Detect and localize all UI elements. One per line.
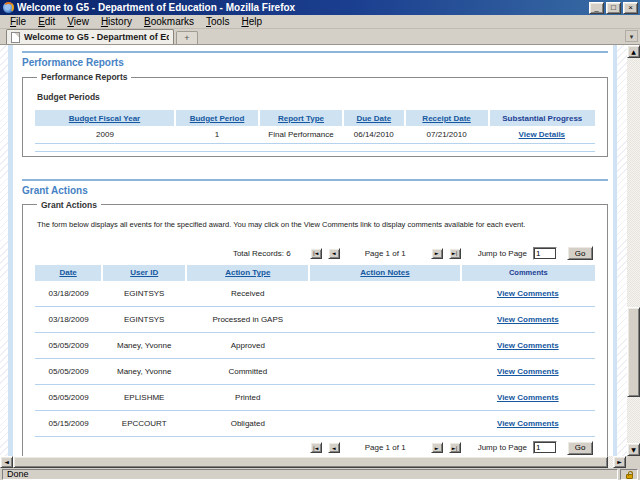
spacer-row	[35, 143, 595, 151]
cell-user-id: EGINTSYS	[102, 281, 186, 307]
cell-action-notes	[309, 281, 460, 307]
new-tab-button[interactable]: +	[176, 31, 198, 44]
firefox-icon	[3, 2, 14, 13]
first-page-button[interactable]: |◄	[310, 442, 322, 453]
vertical-scroll-track[interactable]	[627, 58, 640, 443]
cell-date: 05/15/2009	[35, 411, 102, 437]
grant-actions-legend: Grant Actions	[37, 200, 101, 210]
list-tabs-button[interactable]: ▾	[625, 30, 638, 42]
scroll-down-button[interactable]: ▼	[627, 443, 640, 456]
cell-user-id: EPCCOURT	[102, 411, 186, 437]
table-row: 03/18/2009 EGINTSYS Processed in GAPS Vi…	[35, 307, 595, 333]
grant-actions-table: Date User ID Action Type Action Notes Co…	[35, 265, 595, 438]
performance-reports-fieldset: Performance Reports Budget Periods Budge…	[22, 72, 608, 157]
restore-button[interactable]: □	[606, 2, 621, 14]
budget-periods-label: Budget Periods	[37, 92, 595, 102]
sort-due-date[interactable]: Due Date	[356, 114, 391, 123]
menu-tools[interactable]: Tools	[200, 16, 235, 27]
budget-periods-table: Budget Fiscal Year Budget Period Report …	[35, 110, 595, 152]
cell-user-id: EGINTSYS	[102, 307, 186, 333]
go-button[interactable]: Go	[567, 246, 593, 260]
cell-user-id: Maney, Yvonne	[102, 359, 186, 385]
cell-action-type: Received	[186, 281, 309, 307]
cell-action-notes	[309, 411, 460, 437]
page-margin-left	[0, 45, 8, 456]
previous-page-button[interactable]: ◄	[328, 248, 340, 259]
status-text: Done	[2, 469, 618, 480]
table-row: 05/15/2009 EPCCOURT Obligated View Comme…	[35, 411, 595, 437]
menu-history[interactable]: History	[95, 16, 138, 27]
scrollbar-corner	[626, 456, 640, 468]
jump-to-page-label: Jump to Page	[478, 249, 527, 258]
sort-report-type[interactable]: Report Type	[278, 114, 324, 123]
menu-help[interactable]: Help	[235, 16, 268, 27]
view-comments-link[interactable]: View Comments	[497, 367, 559, 376]
menu-edit[interactable]: Edit	[32, 16, 61, 27]
view-details-link[interactable]: View Details	[519, 130, 566, 139]
next-page-button[interactable]: ►	[431, 442, 443, 453]
view-comments-link[interactable]: View Comments	[497, 289, 559, 298]
table-header-row: Budget Fiscal Year Budget Period Report …	[35, 110, 595, 126]
next-page-button[interactable]: ►	[431, 248, 443, 259]
lock-icon	[626, 474, 633, 479]
menu-bar: File Edit View History Bookmarks Tools H…	[0, 15, 640, 29]
menu-bookmarks[interactable]: Bookmarks	[138, 16, 200, 27]
menu-file[interactable]: File	[4, 16, 32, 27]
sort-action-type[interactable]: Action Type	[225, 268, 270, 277]
page-icon	[11, 32, 20, 43]
view-comments-link[interactable]: View Comments	[497, 341, 559, 350]
sort-budget-fiscal-year[interactable]: Budget Fiscal Year	[69, 114, 140, 123]
table-header-row: Date User ID Action Type Action Notes Co…	[35, 265, 595, 281]
cell-receipt-date: 07/21/2010	[405, 126, 489, 143]
tab-title: Welcome to G5 - Department of Edu...	[24, 32, 169, 42]
view-comments-link[interactable]: View Comments	[497, 393, 559, 402]
table-row: 05/05/2009 Maney, Yvonne Approved View C…	[35, 333, 595, 359]
sort-receipt-date[interactable]: Receipt Date	[422, 114, 470, 123]
view-comments-link[interactable]: View Comments	[497, 315, 559, 324]
cell-action-notes	[309, 307, 460, 333]
total-records-label: Total Records: 6	[233, 249, 291, 258]
vertical-scrollbar[interactable]: ▲ ▼	[627, 45, 640, 456]
minimize-button[interactable]: _	[589, 2, 604, 14]
sort-action-notes[interactable]: Action Notes	[360, 268, 409, 277]
sort-user-id[interactable]: User ID	[130, 268, 158, 277]
first-page-button[interactable]: |◄	[310, 248, 322, 259]
grant-actions-heading: Grant Actions	[22, 185, 613, 196]
horizontal-scroll-thumb[interactable]	[13, 456, 608, 468]
vertical-scroll-thumb[interactable]	[627, 307, 640, 397]
table-row: 03/18/2009 EGINTSYS Received View Commen…	[35, 281, 595, 307]
performance-reports-legend: Performance Reports	[37, 72, 131, 82]
table-row: 05/05/2009 EPLISHME Printed View Comment…	[35, 385, 595, 411]
tab-active[interactable]: Welcome to G5 - Department of Edu...	[6, 29, 174, 44]
cell-action-type: Processed in GAPS	[186, 307, 309, 333]
security-panel[interactable]	[620, 469, 638, 480]
page-content: Performance Reports Performance Reports …	[13, 45, 613, 456]
close-button[interactable]: ×	[623, 2, 638, 14]
grant-actions-description: The form below displays all events for t…	[37, 220, 595, 229]
cell-action-type: Printed	[186, 385, 309, 411]
jump-to-page-input[interactable]	[533, 441, 557, 454]
sort-date[interactable]: Date	[59, 268, 76, 277]
browser-window: Welcome to G5 - Department of Education …	[0, 0, 640, 480]
pagination-top: Total Records: 6 |◄ ◄ Page 1 of 1 ► ►| J…	[35, 245, 593, 262]
scroll-left-button[interactable]: ◄	[0, 456, 13, 468]
view-comments-link[interactable]: View Comments	[497, 419, 559, 428]
horizontal-scrollbar[interactable]: ◄ ►	[0, 456, 640, 468]
cell-action-type: Approved	[186, 333, 309, 359]
sort-budget-period[interactable]: Budget Period	[190, 114, 245, 123]
previous-page-button[interactable]: ◄	[328, 442, 340, 453]
jump-to-page-input[interactable]	[533, 247, 557, 260]
scroll-right-button[interactable]: ►	[613, 456, 626, 468]
cell-date: 03/18/2009	[35, 307, 102, 333]
scroll-up-button[interactable]: ▲	[627, 45, 640, 58]
last-page-button[interactable]: ►|	[449, 442, 461, 453]
cell-action-notes	[309, 333, 460, 359]
cell-budget-period: 1	[175, 126, 259, 143]
go-button[interactable]: Go	[567, 441, 593, 455]
tab-bar: Welcome to G5 - Department of Edu... + ▾	[0, 29, 640, 45]
pagination-bottom: |◄ ◄ Page 1 of 1 ► ►| Jump to Page Go	[35, 439, 593, 456]
menu-view[interactable]: View	[61, 16, 95, 27]
cell-action-type: Obligated	[186, 411, 309, 437]
cell-due-date: 06/14/2010	[343, 126, 405, 143]
last-page-button[interactable]: ►|	[449, 248, 461, 259]
